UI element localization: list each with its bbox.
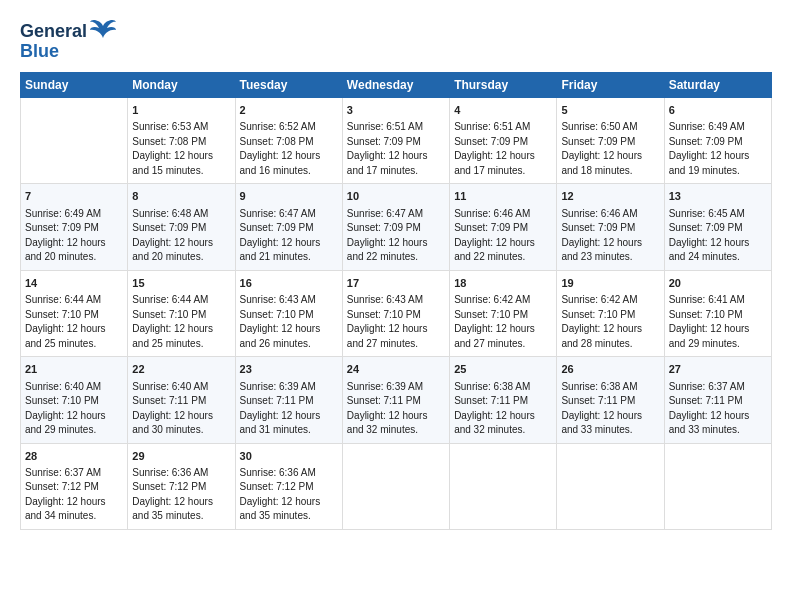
cell-content: Sunrise: 6:40 AMSunset: 7:11 PMDaylight:… <box>132 380 230 438</box>
cell-line: and 29 minutes. <box>669 337 767 352</box>
cell-line: and 15 minutes. <box>132 164 230 179</box>
week-row: 14Sunrise: 6:44 AMSunset: 7:10 PMDayligh… <box>21 270 772 356</box>
calendar-cell: 3Sunrise: 6:51 AMSunset: 7:09 PMDaylight… <box>342 98 449 184</box>
calendar-cell: 11Sunrise: 6:46 AMSunset: 7:09 PMDayligh… <box>450 184 557 270</box>
day-number: 17 <box>347 276 445 291</box>
calendar-cell: 26Sunrise: 6:38 AMSunset: 7:11 PMDayligh… <box>557 357 664 443</box>
cell-content: Sunrise: 6:38 AMSunset: 7:11 PMDaylight:… <box>454 380 552 438</box>
day-number: 21 <box>25 362 123 377</box>
logo-blue: Blue <box>20 41 59 62</box>
cell-line: Sunrise: 6:41 AM <box>669 293 767 308</box>
day-number: 5 <box>561 103 659 118</box>
calendar-cell <box>664 443 771 529</box>
day-number: 12 <box>561 189 659 204</box>
cell-content: Sunrise: 6:37 AMSunset: 7:12 PMDaylight:… <box>25 466 123 524</box>
header-row: SundayMondayTuesdayWednesdayThursdayFrid… <box>21 73 772 98</box>
cell-content: Sunrise: 6:37 AMSunset: 7:11 PMDaylight:… <box>669 380 767 438</box>
calendar-cell: 27Sunrise: 6:37 AMSunset: 7:11 PMDayligh… <box>664 357 771 443</box>
week-row: 7Sunrise: 6:49 AMSunset: 7:09 PMDaylight… <box>21 184 772 270</box>
cell-line: Sunrise: 6:47 AM <box>347 207 445 222</box>
calendar-cell: 12Sunrise: 6:46 AMSunset: 7:09 PMDayligh… <box>557 184 664 270</box>
cell-content: Sunrise: 6:40 AMSunset: 7:10 PMDaylight:… <box>25 380 123 438</box>
header: General Blue <box>20 18 772 62</box>
cell-line: and 25 minutes. <box>132 337 230 352</box>
cell-line: Sunrise: 6:39 AM <box>240 380 338 395</box>
cell-line: and 20 minutes. <box>132 250 230 265</box>
cell-line: Daylight: 12 hours <box>347 322 445 337</box>
cell-line: Sunset: 7:11 PM <box>669 394 767 409</box>
col-header-thursday: Thursday <box>450 73 557 98</box>
cell-line: Daylight: 12 hours <box>132 322 230 337</box>
cell-line: Sunset: 7:11 PM <box>454 394 552 409</box>
cell-line: and 17 minutes. <box>454 164 552 179</box>
cell-line: Daylight: 12 hours <box>240 236 338 251</box>
cell-line: Sunset: 7:10 PM <box>240 308 338 323</box>
cell-line: and 33 minutes. <box>669 423 767 438</box>
cell-line: Daylight: 12 hours <box>454 149 552 164</box>
cell-line: Sunset: 7:12 PM <box>132 480 230 495</box>
cell-content: Sunrise: 6:47 AMSunset: 7:09 PMDaylight:… <box>347 207 445 265</box>
cell-line: and 35 minutes. <box>132 509 230 524</box>
cell-line: and 24 minutes. <box>669 250 767 265</box>
cell-line: and 25 minutes. <box>25 337 123 352</box>
cell-line: and 18 minutes. <box>561 164 659 179</box>
cell-line: and 16 minutes. <box>240 164 338 179</box>
calendar-cell: 18Sunrise: 6:42 AMSunset: 7:10 PMDayligh… <box>450 270 557 356</box>
cell-line: and 35 minutes. <box>240 509 338 524</box>
calendar-cell: 23Sunrise: 6:39 AMSunset: 7:11 PMDayligh… <box>235 357 342 443</box>
cell-line: Sunrise: 6:45 AM <box>669 207 767 222</box>
cell-line: Daylight: 12 hours <box>454 236 552 251</box>
calendar-cell: 16Sunrise: 6:43 AMSunset: 7:10 PMDayligh… <box>235 270 342 356</box>
cell-content: Sunrise: 6:49 AMSunset: 7:09 PMDaylight:… <box>25 207 123 265</box>
day-number: 16 <box>240 276 338 291</box>
cell-line: Sunset: 7:12 PM <box>25 480 123 495</box>
day-number: 6 <box>669 103 767 118</box>
day-number: 22 <box>132 362 230 377</box>
calendar-cell <box>557 443 664 529</box>
cell-content: Sunrise: 6:46 AMSunset: 7:09 PMDaylight:… <box>454 207 552 265</box>
calendar-table: SundayMondayTuesdayWednesdayThursdayFrid… <box>20 72 772 530</box>
day-number: 10 <box>347 189 445 204</box>
cell-content: Sunrise: 6:43 AMSunset: 7:10 PMDaylight:… <box>347 293 445 351</box>
cell-line: and 20 minutes. <box>25 250 123 265</box>
cell-line: Daylight: 12 hours <box>561 409 659 424</box>
day-number: 9 <box>240 189 338 204</box>
cell-line: and 23 minutes. <box>561 250 659 265</box>
cell-line: Sunrise: 6:43 AM <box>240 293 338 308</box>
cell-line: Daylight: 12 hours <box>347 149 445 164</box>
calendar-cell: 4Sunrise: 6:51 AMSunset: 7:09 PMDaylight… <box>450 98 557 184</box>
cell-line: and 19 minutes. <box>669 164 767 179</box>
calendar-cell: 20Sunrise: 6:41 AMSunset: 7:10 PMDayligh… <box>664 270 771 356</box>
cell-line: Sunset: 7:09 PM <box>669 135 767 150</box>
col-header-saturday: Saturday <box>664 73 771 98</box>
cell-line: Sunrise: 6:38 AM <box>561 380 659 395</box>
cell-content: Sunrise: 6:46 AMSunset: 7:09 PMDaylight:… <box>561 207 659 265</box>
cell-content: Sunrise: 6:42 AMSunset: 7:10 PMDaylight:… <box>561 293 659 351</box>
cell-content: Sunrise: 6:36 AMSunset: 7:12 PMDaylight:… <box>132 466 230 524</box>
col-header-tuesday: Tuesday <box>235 73 342 98</box>
calendar-cell <box>342 443 449 529</box>
cell-line: Daylight: 12 hours <box>240 409 338 424</box>
calendar-cell: 2Sunrise: 6:52 AMSunset: 7:08 PMDaylight… <box>235 98 342 184</box>
cell-line: Sunset: 7:09 PM <box>669 221 767 236</box>
cell-line: Sunrise: 6:52 AM <box>240 120 338 135</box>
cell-line: and 27 minutes. <box>454 337 552 352</box>
cell-line: Sunset: 7:08 PM <box>240 135 338 150</box>
day-number: 29 <box>132 449 230 464</box>
col-header-monday: Monday <box>128 73 235 98</box>
cell-line: Daylight: 12 hours <box>132 409 230 424</box>
day-number: 26 <box>561 362 659 377</box>
cell-line: Daylight: 12 hours <box>132 236 230 251</box>
cell-line: Daylight: 12 hours <box>25 322 123 337</box>
cell-line: Sunrise: 6:39 AM <box>347 380 445 395</box>
cell-line: Daylight: 12 hours <box>347 236 445 251</box>
cell-content: Sunrise: 6:52 AMSunset: 7:08 PMDaylight:… <box>240 120 338 178</box>
day-number: 14 <box>25 276 123 291</box>
logo-general: General <box>20 21 87 42</box>
calendar-cell: 28Sunrise: 6:37 AMSunset: 7:12 PMDayligh… <box>21 443 128 529</box>
cell-content: Sunrise: 6:38 AMSunset: 7:11 PMDaylight:… <box>561 380 659 438</box>
cell-content: Sunrise: 6:43 AMSunset: 7:10 PMDaylight:… <box>240 293 338 351</box>
day-number: 24 <box>347 362 445 377</box>
calendar-cell: 10Sunrise: 6:47 AMSunset: 7:09 PMDayligh… <box>342 184 449 270</box>
cell-line: Daylight: 12 hours <box>454 322 552 337</box>
